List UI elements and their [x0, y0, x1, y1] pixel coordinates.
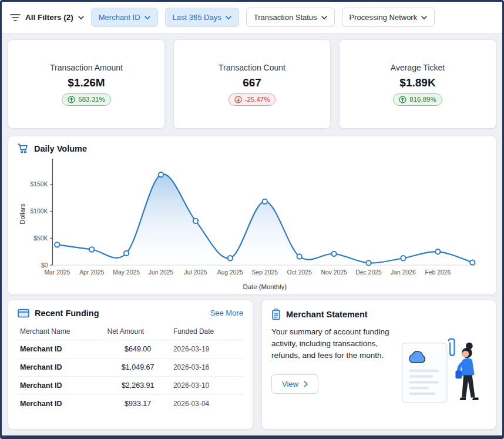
stat-title: Average Ticket	[391, 63, 445, 72]
svg-text:Jul 2025: Jul 2025	[184, 269, 207, 276]
funded-date-cell: 2026-03-19	[171, 340, 243, 358]
filter-chip-merchant-id[interactable]: Merchant ID	[91, 8, 158, 27]
arrow-up-circle-icon	[399, 96, 406, 103]
funded-date-cell: 2026-03-16	[171, 358, 243, 376]
funded-date-cell: 2026-03-10	[171, 376, 243, 394]
view-button-label: View	[282, 380, 298, 388]
svg-text:$100K: $100K	[30, 208, 48, 215]
daily-volume-panel: Daily Volume $0$50K$100K$150KMar 2025Apr…	[8, 136, 496, 295]
svg-text:Dec 2025: Dec 2025	[355, 269, 382, 276]
see-more-link[interactable]: See More	[210, 309, 243, 317]
dashboard-window: All Filters (2) Merchant ID Last 365 Day…	[0, 0, 504, 439]
merchant-statement-header: Merchant Statement	[271, 309, 486, 320]
filter-chip-processing-network[interactable]: Processing Network	[342, 8, 435, 27]
merchant-statement-description: Your summary of account funding activity…	[271, 326, 392, 362]
svg-text:$150K: $150K	[30, 181, 48, 187]
svg-text:Dollars: Dollars	[19, 203, 26, 224]
document-clip-icon	[271, 309, 281, 320]
net-amount-cell: $933.17	[105, 394, 170, 413]
change-value: -25.47%	[245, 96, 270, 103]
svg-text:Feb 2026: Feb 2026	[425, 269, 451, 276]
panel-title: Daily Volume	[34, 144, 87, 153]
change-value: 583.31%	[78, 96, 105, 103]
svg-text:Mar 2025: Mar 2025	[44, 269, 70, 276]
chip-label: Last 365 Days	[173, 13, 221, 22]
all-filters-button[interactable]: All Filters (2)	[10, 13, 84, 22]
svg-text:$50K: $50K	[33, 235, 48, 242]
merchant-statement-illustration	[397, 326, 486, 421]
view-statement-button[interactable]: View	[271, 374, 318, 394]
stat-card-transaction-amount: Transaction Amount $1.26M 583.31%	[8, 39, 165, 129]
arrow-down-circle-icon	[234, 96, 242, 103]
net-amount-cell: $1,049.67	[105, 358, 170, 376]
arrow-up-circle-icon	[68, 96, 75, 103]
merchant-statement-body: Your summary of account funding activity…	[271, 326, 486, 421]
chip-label: Transaction Status	[254, 13, 317, 22]
stat-value: $1.26M	[68, 76, 105, 89]
table-row: Merchant ID $2,263.91 2026-03-10	[18, 376, 243, 394]
recent-funding-table: Merchant Name Net Amount Funded Date Mer…	[18, 324, 243, 413]
svg-text:Jan 2026: Jan 2026	[391, 269, 416, 276]
svg-text:May 2025: May 2025	[113, 269, 140, 276]
credit-card-icon	[18, 309, 29, 318]
filter-chip-date-range[interactable]: Last 365 Days	[165, 8, 239, 27]
chevron-down-icon	[421, 16, 427, 19]
chevron-right-icon	[304, 381, 308, 387]
change-value: 816.89%	[409, 96, 436, 103]
recent-funding-panel: Recent Funding See More Merchant Name Ne…	[8, 300, 253, 430]
stat-title: Transaction Count	[219, 63, 285, 72]
change-badge-positive: 816.89%	[393, 93, 442, 106]
funded-date-cell: 2026-03-04	[171, 394, 243, 413]
merchant-name-cell: Merchant ID	[18, 340, 105, 358]
net-amount-cell: $649.00	[105, 340, 170, 358]
stat-card-average-ticket: Average Ticket $1.89K 816.89%	[339, 39, 496, 129]
chevron-down-icon	[78, 16, 84, 19]
column-header-net-amount: Net Amount	[105, 324, 170, 340]
table-row: Merchant ID $649.00 2026-03-19	[18, 340, 243, 358]
merchant-statement-text-column: Your summary of account funding activity…	[271, 326, 392, 421]
chevron-down-icon	[321, 16, 327, 19]
svg-text:Date (Monthly): Date (Monthly)	[243, 283, 287, 290]
merchant-name-cell: Merchant ID	[18, 376, 105, 394]
chip-label: Merchant ID	[99, 13, 140, 22]
panel-title: Merchant Statement	[286, 310, 368, 319]
stat-value: 667	[243, 76, 261, 89]
table-header-row: Merchant Name Net Amount Funded Date	[18, 324, 243, 340]
svg-text:Jun 2025: Jun 2025	[149, 269, 174, 276]
chevron-down-icon	[145, 16, 150, 19]
stat-cards-row: Transaction Amount $1.26M 583.31% Transa…	[2, 33, 502, 131]
change-badge-positive: 583.31%	[62, 93, 110, 106]
chevron-down-icon	[226, 16, 231, 19]
daily-volume-chart: $0$50K$100K$150KMar 2025Apr 2025May 2025…	[18, 156, 486, 292]
merchant-name-cell: Merchant ID	[18, 358, 105, 376]
merchant-name-cell: Merchant ID	[18, 394, 105, 413]
svg-text:Apr 2025: Apr 2025	[79, 269, 104, 276]
stat-card-transaction-count: Transaction Count 667 -25.47%	[173, 39, 331, 129]
svg-text:Oct 2025: Oct 2025	[287, 269, 312, 276]
chip-label: Processing Network	[350, 13, 418, 22]
table-row: Merchant ID $933.17 2026-03-04	[18, 394, 243, 413]
net-amount-cell: $2,263.91	[105, 376, 170, 394]
svg-text:Nov 2025: Nov 2025	[321, 269, 347, 276]
column-header-merchant-name: Merchant Name	[18, 324, 105, 340]
daily-volume-header: Daily Volume	[18, 143, 486, 153]
table-row: Merchant ID $1,049.67 2026-03-16	[18, 358, 243, 376]
svg-text:$0: $0	[41, 262, 48, 269]
panel-title: Recent Funding	[35, 309, 99, 318]
shopping-cart-icon	[18, 143, 29, 153]
filter-chip-transaction-status[interactable]: Transaction Status	[246, 8, 335, 27]
column-header-funded-date: Funded Date	[171, 324, 243, 340]
all-filters-label: All Filters (2)	[25, 13, 73, 22]
svg-text:Aug 2025: Aug 2025	[217, 269, 244, 276]
stat-title: Transaction Amount	[50, 63, 123, 72]
change-badge-negative: -25.47%	[229, 93, 276, 106]
filter-icon	[10, 14, 21, 22]
bottom-row: Recent Funding See More Merchant Name Ne…	[2, 297, 502, 435]
filter-bar: All Filters (2) Merchant ID Last 365 Day…	[2, 2, 502, 33]
statement-person-illustration	[398, 337, 486, 409]
stat-value: $1.89K	[399, 76, 435, 89]
svg-text:Sep 2025: Sep 2025	[252, 269, 278, 276]
recent-funding-header: Recent Funding See More	[18, 309, 243, 318]
merchant-statement-panel: Merchant Statement Your summary of accou…	[261, 300, 496, 430]
